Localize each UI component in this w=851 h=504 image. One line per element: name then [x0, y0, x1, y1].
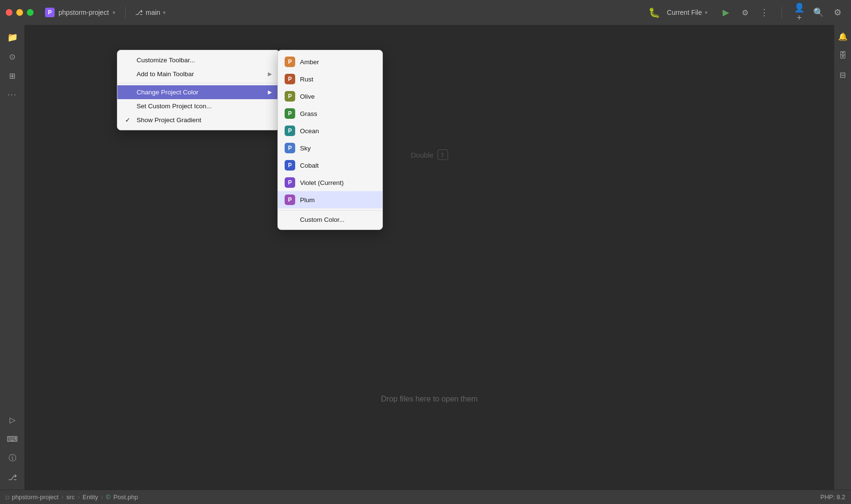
- git-icon: ⎇: [8, 473, 17, 482]
- color-label-sky: Sky: [300, 145, 311, 152]
- shift-badge-1: ⇧: [437, 149, 448, 160]
- drop-hint: Drop files here to open them: [381, 395, 478, 403]
- arrow-change-color: ▶: [268, 89, 272, 95]
- color-item-sky[interactable]: P Sky: [278, 139, 382, 157]
- settings-icon-button[interactable]: ⚙: [737, 5, 753, 20]
- menu-item-set-icon[interactable]: Set Custom Project Icon...: [117, 99, 279, 113]
- menu-label-add-toolbar: Add to Main Toolbar: [137, 70, 194, 78]
- statusbar: □ phpstorm-project › src › Entity › © Po…: [0, 490, 851, 504]
- plum-color-icon: P: [285, 195, 295, 205]
- color-item-amber[interactable]: P Amber: [278, 53, 382, 70]
- sidebar-terminal-button[interactable]: ⌨: [4, 430, 21, 447]
- color-label-plum: Plum: [300, 196, 315, 204]
- breadcrumb-square-icon: □: [6, 494, 9, 500]
- context-menu: Customize Toolbar... Add to Main Toolbar…: [117, 50, 280, 130]
- menu-label-customize-toolbar: Customize Toolbar...: [137, 57, 195, 64]
- right-sidebar: 🔔 🗄 ⊟: [834, 25, 851, 490]
- more-actions-button[interactable]: ⋮: [757, 5, 772, 20]
- olive-color-icon: P: [285, 91, 295, 102]
- sidebar-folder-button[interactable]: 📁: [4, 29, 21, 46]
- breadcrumb-project: phpstorm-project: [12, 493, 59, 501]
- maximize-button[interactable]: [27, 9, 34, 16]
- color-label-olive: Olive: [300, 93, 315, 100]
- search-everywhere-button[interactable]: 🔍: [811, 5, 826, 20]
- plugins-icon: ⊞: [9, 71, 15, 80]
- color-item-violet[interactable]: P Violet (Current): [278, 174, 382, 191]
- current-file-button[interactable]: Current File ▾: [662, 7, 713, 18]
- color-label-cobalt: Cobalt: [300, 162, 319, 169]
- notifications-button[interactable]: 🔔: [835, 29, 851, 44]
- content-area: Double ⇧ Drop files here to open them Cu…: [25, 25, 834, 490]
- color-item-custom[interactable]: Custom Color...: [278, 213, 382, 227]
- menu-item-customize-toolbar[interactable]: Customize Toolbar...: [117, 53, 279, 67]
- branch-icon: ⎇: [135, 9, 143, 16]
- breadcrumb-sep-2: ›: [78, 493, 80, 501]
- breadcrumb: □ phpstorm-project › src › Entity › © Po…: [6, 493, 138, 501]
- titlebar-divider: [125, 7, 126, 18]
- breadcrumb-sep-3: ›: [101, 493, 103, 501]
- add-profile-button[interactable]: 👤+: [792, 5, 807, 20]
- double-label: Double: [411, 151, 434, 159]
- ocean-color-icon: P: [285, 126, 295, 136]
- left-sidebar: 📁 ⊙ ⊞ ··· ▷ ⌨ ⓘ ⎇: [0, 25, 25, 490]
- commit-icon: ⊙: [9, 52, 15, 61]
- color-item-plum[interactable]: P Plum: [278, 191, 382, 208]
- project-dropdown-icon: ▾: [113, 10, 115, 16]
- color-item-cobalt[interactable]: P Cobalt: [278, 157, 382, 174]
- main-layout: 📁 ⊙ ⊞ ··· ▷ ⌨ ⓘ ⎇ Double ⇧: [0, 25, 851, 490]
- gear-icon-button[interactable]: ⚙: [830, 5, 845, 20]
- color-item-rust[interactable]: P Rust: [278, 70, 382, 88]
- sky-color-icon: P: [285, 143, 295, 153]
- color-item-grass[interactable]: P Grass: [278, 105, 382, 122]
- amber-color-icon: P: [285, 57, 295, 67]
- project-name-label: phpstorm-project: [58, 9, 109, 16]
- sidebar-more-button[interactable]: ···: [4, 86, 21, 103]
- database-button[interactable]: 🗄: [835, 48, 851, 63]
- project-icon: P: [45, 8, 55, 17]
- sidebar-git-button[interactable]: ⎇: [4, 469, 21, 486]
- menu-item-add-toolbar[interactable]: Add to Main Toolbar ▶: [117, 67, 279, 81]
- current-file-label: Current File: [667, 9, 702, 16]
- menu-label-set-icon: Set Custom Project Icon...: [137, 103, 212, 110]
- project-selector-button[interactable]: P phpstorm-project ▾: [41, 6, 119, 19]
- grass-color-icon: P: [285, 108, 295, 119]
- breadcrumb-sep-1: ›: [61, 493, 63, 501]
- menu-label-show-gradient: Show Project Gradient: [137, 116, 201, 124]
- terminal-icon: ⌨: [7, 435, 18, 444]
- traffic-lights: [6, 9, 34, 16]
- problems-icon: ⓘ: [9, 453, 16, 463]
- sidebar-run-button[interactable]: ▷: [4, 411, 21, 428]
- run-button[interactable]: ▶: [718, 5, 734, 20]
- menu-separator-1: [117, 83, 279, 83]
- color-item-olive[interactable]: P Olive: [278, 88, 382, 105]
- breadcrumb-entity-icon: ©: [106, 493, 111, 501]
- custom-color-label: Custom Color...: [300, 216, 345, 223]
- branch-selector-button[interactable]: ⎇ main ▾: [131, 7, 170, 18]
- breadcrumb-src: src: [67, 493, 75, 501]
- drop-hint-text: Drop files here to open them: [381, 395, 478, 403]
- color-label-amber: Amber: [300, 58, 319, 66]
- titlebar-divider-2: [782, 7, 782, 18]
- color-label-grass: Grass: [300, 110, 317, 117]
- layout-button[interactable]: ⊟: [835, 67, 851, 82]
- run-sidebar-icon: ▷: [10, 415, 15, 424]
- breadcrumb-entity: Entity: [82, 493, 98, 501]
- cobalt-color-icon: P: [285, 160, 295, 171]
- color-item-ocean[interactable]: P Ocean: [278, 122, 382, 139]
- menu-label-change-color: Change Project Color: [137, 89, 198, 96]
- titlebar-actions: ▶ ⚙ ⋮ 👤+ 🔍 ⚙: [718, 5, 845, 20]
- titlebar: P phpstorm-project ▾ ⎇ main ▾ 🐛 Current …: [0, 0, 851, 25]
- color-label-rust: Rust: [300, 76, 313, 83]
- menu-item-change-color[interactable]: Change Project Color ▶: [117, 85, 279, 99]
- minimize-button[interactable]: [16, 9, 23, 16]
- close-button[interactable]: [6, 9, 12, 16]
- violet-color-icon: P: [285, 177, 295, 188]
- color-label-ocean: Ocean: [300, 127, 319, 135]
- menu-item-show-gradient[interactable]: ✓ Show Project Gradient: [117, 113, 279, 127]
- double-shift-hint: Double ⇧: [411, 149, 448, 160]
- sidebar-commit-button[interactable]: ⊙: [4, 48, 21, 65]
- debug-icon-button[interactable]: 🐛: [647, 5, 662, 20]
- rust-color-icon: P: [285, 74, 295, 84]
- sidebar-problems-button[interactable]: ⓘ: [4, 449, 21, 467]
- sidebar-plugins-button[interactable]: ⊞: [4, 67, 21, 84]
